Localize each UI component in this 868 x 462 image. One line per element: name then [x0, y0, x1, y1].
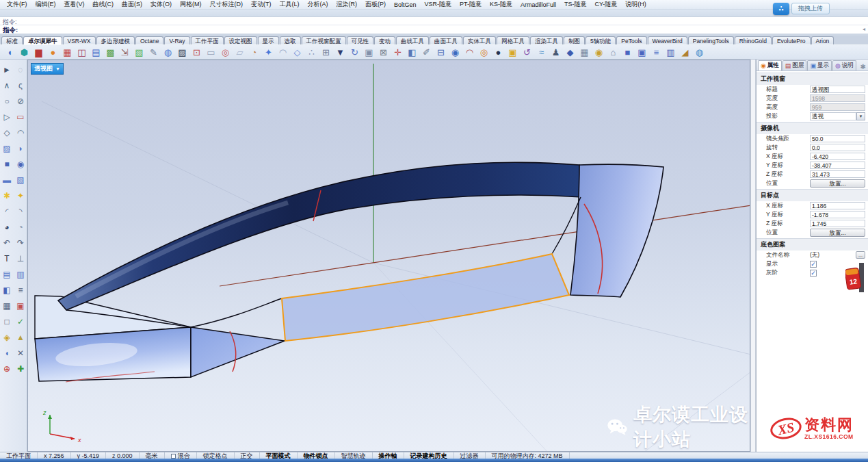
- panel-scrollbar[interactable]: [750, 60, 756, 452]
- status-5[interactable]: 混合: [165, 452, 197, 459]
- ellipse-icon[interactable]: ⊘: [14, 93, 27, 109]
- monitor-icon[interactable]: ▣: [362, 46, 376, 58]
- diamond-icon[interactable]: ◇: [290, 46, 304, 58]
- place-button[interactable]: 放置...: [810, 229, 865, 237]
- clamp-icon[interactable]: ◫: [75, 46, 89, 58]
- box-icon[interactable]: ■: [0, 156, 14, 172]
- frame-red-icon[interactable]: ⊡: [189, 46, 204, 58]
- status-10[interactable]: 智慧轨迹: [335, 452, 373, 459]
- toolbar-tab-24[interactable]: EvolutePro: [772, 36, 811, 44]
- select-point-icon[interactable]: ◌: [14, 62, 27, 77]
- chevron-down-icon[interactable]: ▼: [856, 112, 865, 120]
- dimension-icon[interactable]: ⊥: [14, 251, 27, 266]
- disc-gold-icon[interactable]: ◉: [592, 46, 606, 58]
- sphere-orange-icon[interactable]: ●: [46, 46, 60, 58]
- toolbar-tab-7[interactable]: 设定视图: [224, 36, 257, 44]
- cube-blue-icon[interactable]: ◆: [563, 46, 577, 58]
- panel-field-Z 座标[interactable]: 1.745: [810, 220, 865, 227]
- pages-icon[interactable]: ▥: [663, 46, 678, 58]
- draw-hand-icon[interactable]: ✎: [146, 46, 161, 58]
- explode-icon[interactable]: ✱: [0, 188, 14, 203]
- command-popup-handle-icon[interactable]: ◂: [863, 26, 865, 32]
- toolbar-tab-10[interactable]: 工作视窗配置: [302, 36, 346, 44]
- panel-field-旋转[interactable]: 0.0: [810, 144, 865, 151]
- checkbox-灰阶[interactable]: ✓: [810, 270, 817, 277]
- menu-item-19[interactable]: CY-随意: [591, 0, 622, 9]
- arc-red-icon[interactable]: ◠: [462, 46, 477, 58]
- panel-field-Z 座标[interactable]: 31.473: [810, 170, 865, 178]
- house-icon[interactable]: ⌂: [606, 46, 620, 58]
- menu-item-18[interactable]: TS-随意: [560, 0, 591, 9]
- panel-field-标题[interactable]: 透视图: [810, 86, 865, 93]
- panel-tab-1[interactable]: ▤图层: [782, 60, 807, 70]
- status-0[interactable]: 工作平面: [0, 452, 38, 459]
- panel-tab-3[interactable]: ◍说明: [832, 60, 856, 70]
- menu-item-5[interactable]: 实体(O): [146, 0, 176, 9]
- target-icon[interactable]: ◎: [477, 46, 491, 58]
- menu-item-16[interactable]: KS-随意: [486, 0, 516, 9]
- redo-curve-icon[interactable]: ↷: [14, 235, 27, 251]
- curve-icon[interactable]: ς: [14, 77, 27, 93]
- panel-field-X 座标[interactable]: -6.420: [810, 153, 865, 160]
- perspective-viewport[interactable]: x z 透视图 ▼ 卓尔谟工业设计小站: [27, 60, 750, 452]
- menu-item-0[interactable]: 文件(F): [3, 0, 31, 9]
- polygon-icon[interactable]: ◇: [0, 125, 14, 140]
- rectangle-icon[interactable]: ▭: [14, 109, 27, 125]
- crescent-icon[interactable]: ◖: [0, 345, 14, 361]
- parallelogram-icon[interactable]: ▱: [233, 46, 247, 58]
- screen-half-icon[interactable]: ◧: [405, 46, 419, 58]
- sphere-blue-icon[interactable]: ◉: [448, 46, 462, 58]
- status-6[interactable]: 锁定格点: [197, 452, 235, 459]
- browse-button[interactable]: ...: [856, 251, 865, 259]
- menu-item-3[interactable]: 曲线(C): [89, 0, 118, 9]
- shear-icon[interactable]: ◢: [678, 46, 692, 58]
- dotted-sphere-icon[interactable]: ◍: [161, 46, 175, 58]
- square-blue-icon[interactable]: ■: [620, 46, 635, 58]
- gem-icon[interactable]: ◈: [0, 329, 14, 345]
- checkbox-显示[interactable]: ✓: [810, 261, 817, 268]
- link-icon[interactable]: ⊟: [434, 46, 448, 58]
- rect-icon[interactable]: ▭: [204, 46, 218, 58]
- pages-block-icon[interactable]: ▥: [14, 266, 27, 282]
- toolbar-tab-23[interactable]: RhinoGold: [735, 36, 772, 44]
- command-prompt-input[interactable]: 指令:: [0, 25, 868, 34]
- grid-squares-icon[interactable]: ⊞: [319, 46, 333, 58]
- wave-icon[interactable]: ≈: [534, 46, 549, 58]
- promo-badge[interactable]: 12: [845, 263, 864, 292]
- toolbar-tab-13[interactable]: 曲线工具: [396, 36, 429, 44]
- material-hex-icon[interactable]: ⬢: [17, 46, 31, 58]
- ellipse3d-icon[interactable]: ◠: [276, 46, 290, 58]
- pyramid-icon[interactable]: ▲: [14, 329, 27, 345]
- menu-item-8[interactable]: 变动(T): [247, 0, 276, 9]
- checker-dark-icon[interactable]: ▨: [175, 46, 189, 58]
- half-square-icon[interactable]: ◧: [0, 282, 14, 298]
- menu-item-12[interactable]: 面板(P): [361, 0, 390, 9]
- spark-icon[interactable]: ✦: [14, 188, 27, 203]
- slab-icon[interactable]: ▬: [0, 172, 14, 188]
- toolbar-tab-22[interactable]: PanelingTools: [688, 36, 734, 44]
- toolbar-tab-18[interactable]: 制图: [564, 36, 585, 44]
- save-icon[interactable]: ▤: [89, 46, 103, 58]
- doc-copy-icon[interactable]: ⊠: [376, 46, 391, 58]
- grid-block-icon[interactable]: ▤: [0, 266, 14, 282]
- surfaces-icon[interactable]: ▧: [14, 172, 27, 188]
- place-button[interactable]: 放置...: [810, 179, 865, 188]
- mesh-icon[interactable]: ▦: [0, 298, 14, 313]
- panel-tab-2[interactable]: ▣显示: [807, 60, 832, 70]
- pointer-query-icon[interactable]: ⇲: [118, 46, 132, 58]
- flower-icon[interactable]: ✦: [261, 46, 276, 58]
- panel-field-Y 座标[interactable]: -38.407: [810, 162, 865, 169]
- menu-item-11[interactable]: 渲染(R): [332, 0, 362, 9]
- menu-item-6[interactable]: 网格(M): [176, 0, 206, 9]
- empty-box-icon[interactable]: □: [0, 313, 14, 329]
- person-icon[interactable]: ♟: [549, 46, 563, 58]
- snap-red-icon[interactable]: ⊕: [0, 361, 14, 376]
- menu-item-15[interactable]: PT-随意: [456, 0, 486, 9]
- menu-item-10[interactable]: 分析(A): [304, 0, 332, 9]
- circle-icon[interactable]: ○: [0, 93, 14, 109]
- mid-strip-surface-selected[interactable]: [282, 254, 569, 341]
- toolbar-tab-14[interactable]: 曲面工具: [430, 36, 462, 44]
- spheres-icon[interactable]: ◉: [14, 156, 27, 172]
- toolbar-tab-9[interactable]: 选取: [280, 36, 301, 44]
- notebook-icon[interactable]: ▆: [31, 46, 46, 58]
